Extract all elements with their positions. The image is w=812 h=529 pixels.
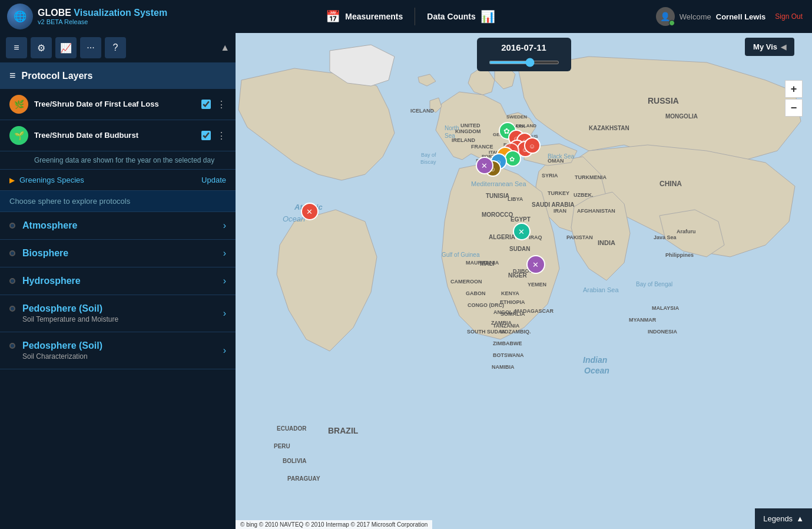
sphere-name: Atmosphere [22, 220, 216, 231]
layer1-checkbox[interactable] [201, 100, 211, 109]
svg-text:Philippines: Philippines [665, 252, 694, 258]
sphere-bullet [9, 250, 15, 256]
layer1-options-button[interactable]: ⋮ [217, 99, 226, 110]
layer1-title: Tree/Shrub Date of First Leaf Loss [34, 100, 195, 110]
svg-text:MADAGASCAR: MADAGASCAR [515, 308, 554, 314]
myvis-button[interactable]: My Vis ◀ [745, 38, 794, 56]
svg-text:SYRIA: SYRIA [542, 173, 558, 178]
layer2-title: Tree/Shrub Date of Budburst [34, 131, 195, 141]
svg-text:✿: ✿ [503, 127, 510, 135]
svg-text:UNITED: UNITED [460, 123, 480, 128]
zoom-in-button[interactable]: + [785, 80, 803, 98]
svg-text:Mediterranean Sea: Mediterranean Sea [471, 180, 526, 187]
svg-text:ICELAND: ICELAND [410, 108, 434, 114]
user-online-indicator [669, 20, 675, 26]
svg-text:Indian: Indian [583, 355, 607, 365]
sphere-item-atmosphere[interactable]: Atmosphere › [0, 212, 236, 240]
svg-text:PAKISTAN: PAKISTAN [566, 234, 593, 240]
species-expand-icon: ▶ [9, 176, 15, 184]
svg-text:BOLIVIA: BOLIVIA [283, 458, 307, 464]
collapse-sidebar-button[interactable]: ▲ [220, 42, 230, 53]
layers-tool-icon: ≡ [14, 42, 19, 53]
protocol-layers-title: Protocol Layers [22, 71, 93, 81]
app-title-globe: GLOBE [38, 8, 71, 18]
svg-text:MONGOLIA: MONGOLIA [665, 113, 698, 120]
filter-tool-button[interactable]: ⚙ [31, 37, 52, 58]
greenings-species-row[interactable]: ▶ Greenings Species Update [0, 170, 236, 191]
sphere-expand-icon: › [223, 220, 226, 231]
layer-item-2: 🌱 Tree/Shrub Date of Budburst ⋮ [0, 120, 236, 151]
sphere-item-pedosphere1[interactable]: Pedosphere (Soil) Soil Temperature and M… [0, 295, 236, 332]
svg-text:NAMIBIA: NAMIBIA [492, 364, 515, 370]
sphere-name: Pedosphere (Soil) [22, 340, 216, 351]
layers-tool-button[interactable]: ≡ [6, 37, 27, 58]
svg-text:Gulf of Guinea: Gulf of Guinea [442, 252, 480, 258]
logo-area: 🌐 GLOBE Visualization System v2 BETA Rel… [0, 4, 174, 29]
zoom-out-button[interactable]: − [785, 99, 803, 117]
sphere-item-biosphere[interactable]: Biosphere › [0, 240, 236, 267]
user-avatar: 👤 [656, 7, 675, 26]
chart-tool-button[interactable]: 📈 [55, 37, 77, 58]
svg-text:ALGERIA: ALGERIA [489, 234, 515, 240]
svg-text:EGYPT: EGYPT [511, 216, 531, 223]
sphere-sub: Soil Characterization [22, 352, 216, 361]
svg-text:✕: ✕ [306, 207, 313, 216]
help-tool-button[interactable]: ? [105, 37, 126, 58]
svg-text:PARAGUAY: PARAGUAY [287, 475, 320, 482]
svg-text:KENYA: KENYA [501, 290, 519, 296]
svg-text:ECUADOR: ECUADOR [277, 425, 307, 432]
svg-text:Biscay: Biscay [420, 159, 436, 165]
svg-text:✕: ✕ [518, 227, 525, 236]
app-title: GLOBE Visualization System v2 BETA Relea… [38, 8, 167, 25]
sphere-name: Pedosphere (Soil) [22, 303, 216, 314]
svg-text:AFGHANISTAN: AFGHANISTAN [577, 208, 615, 214]
svg-text:INDONESIA: INDONESIA [648, 329, 678, 335]
sign-out-button[interactable]: Sign Out [775, 12, 803, 21]
welcome-text: Welcome [680, 12, 711, 21]
species-update-button[interactable]: Update [201, 176, 226, 184]
svg-text:ZIMBABWE: ZIMBABWE [493, 340, 522, 346]
svg-text:TURKEY: TURKEY [548, 190, 569, 196]
svg-text:Bay of Bengal: Bay of Bengal [636, 281, 672, 287]
measurements-icon: 📅 [326, 9, 340, 24]
data-counts-nav[interactable]: Data Counts 📊 [415, 0, 506, 33]
myvis-label: My Vis [753, 42, 777, 51]
svg-text:MALAYSIA: MALAYSIA [652, 305, 680, 311]
sphere-item-hydrosphere[interactable]: Hydrosphere › [0, 267, 236, 295]
globe-icon: 🌐 [7, 4, 33, 29]
legends-chevron-icon: ▲ [796, 514, 804, 523]
app-version: v2 BETA Release [38, 18, 167, 25]
svg-text:Bay of: Bay of [421, 152, 436, 158]
app-title-main: GLOBE Visualization System [38, 8, 167, 18]
date-slider[interactable] [489, 61, 559, 64]
layer2-options-button[interactable]: ⋮ [217, 130, 226, 141]
svg-text:PERU: PERU [274, 443, 290, 449]
myvis-chevron-icon: ◀ [781, 43, 786, 51]
layers-stack-icon: ≡ [9, 70, 16, 82]
svg-text:KINGDOM: KINGDOM [455, 128, 481, 134]
species-label[interactable]: Greenings Species [19, 176, 197, 184]
sphere-expand-icon: › [223, 276, 226, 286]
chart-tool-icon: 📈 [60, 42, 72, 54]
svg-text:MYANMAR: MYANMAR [629, 317, 657, 323]
svg-text:BOTSWANA: BOTSWANA [493, 352, 524, 358]
svg-text:INDIA: INDIA [598, 239, 615, 246]
svg-text:Arafuru: Arafuru [677, 229, 696, 234]
user-area: 👤 Welcome Cornell Lewis Sign Out [647, 7, 812, 26]
greening-note: Greening data are shown for the year on … [0, 151, 236, 170]
sphere-content: Biosphere [22, 248, 216, 259]
sidebar: ≡ Protocol Layers 🌿 Tree/Shrub Date of F… [0, 62, 236, 529]
sphere-item-pedosphere2[interactable]: Pedosphere (Soil) Soil Characterization … [0, 332, 236, 369]
map-area[interactable]: Atlantic Ocean North Sea Bay of Biscay B… [236, 33, 812, 529]
app-title-vis: Visualization System [74, 8, 167, 18]
measurements-nav[interactable]: 📅 Measurements [314, 0, 415, 33]
legends-button[interactable]: Legends ▲ [755, 508, 812, 529]
svg-text:TURKMENIA: TURKMENIA [575, 174, 606, 180]
svg-text:Ocean: Ocean [584, 366, 609, 375]
more-tool-button[interactable]: ··· [80, 37, 101, 58]
map-copyright: © bing © 2010 NAVTEQ © 2010 Intermap © 2… [236, 520, 432, 529]
svg-text:SOUTH SUDAN: SOUTH SUDAN [467, 329, 506, 335]
layer2-checkbox[interactable] [201, 131, 211, 140]
svg-text:LIBYA: LIBYA [508, 196, 523, 202]
svg-text:SUDAN: SUDAN [509, 246, 531, 252]
